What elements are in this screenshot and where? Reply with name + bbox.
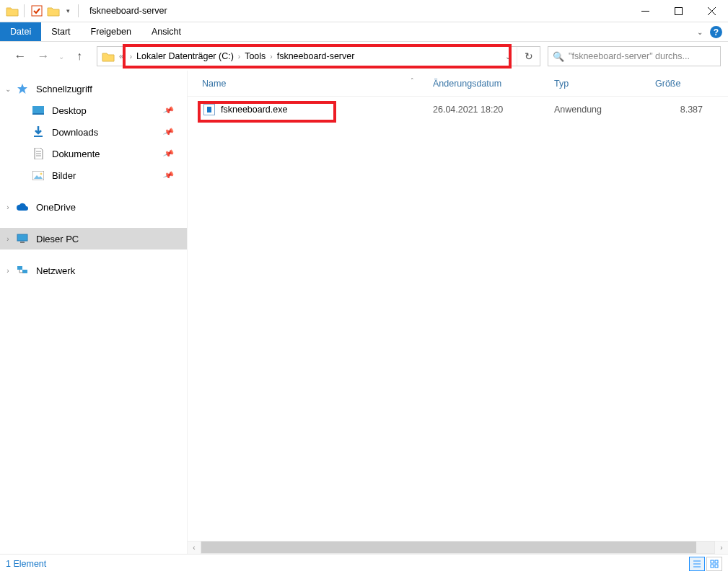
sidebar-label: Bilder	[52, 170, 76, 181]
sidebar-label: Desktop	[52, 105, 87, 116]
file-type: Anwendung	[554, 105, 655, 115]
col-name[interactable]: Name ˄	[188, 79, 433, 89]
sidebar-desktop[interactable]: Desktop 📌	[0, 100, 187, 121]
pin-icon: 📌	[162, 104, 175, 116]
forward-button: →	[33, 46, 53, 66]
chevron-right-icon[interactable]: ›	[126, 53, 136, 61]
horizontal-scrollbar[interactable]: ‹ ›	[188, 541, 728, 554]
up-button[interactable]: ↑	[69, 46, 89, 66]
tab-share[interactable]: Freigeben	[81, 22, 141, 41]
svg-rect-11	[32, 171, 44, 180]
tab-view[interactable]: Ansicht	[141, 22, 191, 41]
view-details-button[interactable]	[689, 557, 705, 571]
ribbon-expand-icon[interactable]: ⌄	[697, 28, 703, 36]
scroll-left-icon[interactable]: ‹	[188, 541, 201, 554]
breadcrumb-segment[interactable]: Lokaler Datenträger (C:)	[136, 51, 234, 61]
title-bar: ▾ fskneeboard-server	[0, 0, 728, 22]
pin-icon: 📌	[162, 147, 175, 159]
sidebar-pictures[interactable]: Bilder 📌	[0, 164, 187, 186]
pc-icon	[16, 234, 29, 244]
refresh-button[interactable]: ↻	[517, 47, 540, 66]
col-size[interactable]: Größe	[655, 79, 711, 89]
content-view: Name ˄ Änderungsdatum Typ Größe fskneebo…	[188, 71, 728, 554]
column-headers[interactable]: Name ˄ Änderungsdatum Typ Größe	[188, 71, 728, 97]
qat-properties-icon[interactable]	[30, 4, 44, 18]
address-row: ← → ⌄ ↑ « › Lokaler Datenträger (C:) › T…	[0, 42, 728, 71]
col-label: Name	[202, 79, 226, 89]
svg-rect-20	[711, 560, 714, 563]
download-icon	[32, 126, 45, 138]
sidebar-downloads[interactable]: Downloads 📌	[0, 121, 187, 143]
ribbon: Datei Start Freigeben Ansicht ⌄ ?	[0, 22, 728, 42]
svg-rect-15	[17, 266, 22, 270]
scroll-thumb[interactable]	[201, 542, 696, 553]
status-bar: 1 Element	[0, 554, 728, 573]
svg-rect-13	[17, 234, 27, 241]
pin-icon: 📌	[162, 125, 175, 138]
col-date[interactable]: Änderungsdatum	[433, 79, 554, 89]
file-name: fskneeboard.exe	[221, 105, 287, 115]
minimize-button[interactable]	[628, 0, 662, 22]
sidebar-label: Downloads	[52, 127, 98, 138]
network-icon	[16, 265, 29, 275]
tab-start[interactable]: Start	[41, 22, 80, 41]
qat-newfolder-icon[interactable]	[47, 6, 60, 17]
sidebar-label: Schnellzugriff	[36, 84, 92, 94]
chevron-right-icon[interactable]: ›	[234, 53, 245, 61]
addr-dropdown-icon[interactable]: ⌄	[499, 53, 517, 61]
breadcrumb-segment[interactable]: fskneeboard-server	[277, 51, 355, 61]
window-title: fskneeboard-server	[89, 6, 167, 16]
sidebar-label: Dieser PC	[36, 234, 79, 244]
close-button[interactable]	[695, 0, 728, 22]
back-button[interactable]: ←	[10, 46, 30, 66]
pin-icon: 📌	[162, 169, 175, 181]
svg-rect-16	[22, 270, 27, 273]
svg-rect-2	[675, 7, 682, 14]
picture-icon	[32, 171, 45, 180]
sidebar-documents[interactable]: Dokumente 📌	[0, 143, 187, 164]
sidebar-label: Dokumente	[52, 149, 100, 159]
status-count: 1 Element	[6, 559, 46, 569]
history-dropdown-icon[interactable]: ⌄	[56, 53, 66, 61]
star-icon	[16, 83, 29, 94]
svg-rect-14	[20, 242, 25, 243]
file-size: 8.387	[655, 105, 711, 115]
chevron-right-icon[interactable]: ›	[3, 235, 13, 243]
svg-rect-23	[715, 565, 718, 568]
addr-folder-icon	[102, 51, 115, 62]
col-type[interactable]: Typ	[554, 79, 655, 89]
exe-icon	[203, 104, 215, 115]
svg-point-12	[40, 172, 43, 175]
svg-rect-6	[32, 113, 44, 115]
maximize-button[interactable]	[662, 0, 695, 22]
sidebar-thispc[interactable]: › Dieser PC	[0, 228, 187, 250]
search-input[interactable]: 🔍 "fskneeboard-server" durchs...	[548, 46, 721, 66]
list-item[interactable]: fskneeboard.exe 26.04.2021 18:20 Anwendu…	[188, 101, 728, 118]
scroll-right-icon[interactable]: ›	[715, 541, 728, 554]
address-bar[interactable]: « › Lokaler Datenträger (C:) › Tools › f…	[97, 46, 540, 66]
chevron-down-icon[interactable]: ⌄	[3, 85, 13, 93]
file-list[interactable]: fskneeboard.exe 26.04.2021 18:20 Anwendu…	[188, 97, 728, 541]
qat-dropdown-icon[interactable]: ▾	[63, 4, 73, 18]
chevron-right-icon[interactable]: ›	[3, 203, 13, 211]
sidebar-network[interactable]: › Netzwerk	[0, 260, 187, 281]
svg-rect-0	[32, 6, 42, 16]
view-thumbnails-button[interactable]	[706, 557, 722, 571]
folder-icon	[6, 6, 19, 17]
sidebar-quickaccess[interactable]: ⌄ Schnellzugriff	[0, 78, 187, 100]
svg-rect-22	[711, 565, 714, 568]
tab-file[interactable]: Datei	[0, 22, 41, 41]
sidebar-onedrive[interactable]: › OneDrive	[0, 196, 187, 218]
svg-rect-21	[715, 560, 718, 563]
breadcrumb-segment[interactable]: Tools	[245, 51, 266, 61]
search-placeholder: "fskneeboard-server" durchs...	[569, 51, 690, 61]
desktop-icon	[32, 106, 45, 115]
chevron-right-icon[interactable]: ›	[266, 53, 276, 61]
sidebar-label: OneDrive	[36, 202, 76, 213]
search-icon: 🔍	[553, 51, 564, 62]
help-icon[interactable]: ?	[710, 26, 722, 38]
sort-asc-icon: ˄	[411, 77, 414, 84]
addr-overflow-icon[interactable]: «	[119, 51, 126, 61]
chevron-right-icon[interactable]: ›	[3, 267, 13, 275]
sidebar: ⌄ Schnellzugriff Desktop 📌 Downloads 📌 D…	[0, 71, 188, 554]
